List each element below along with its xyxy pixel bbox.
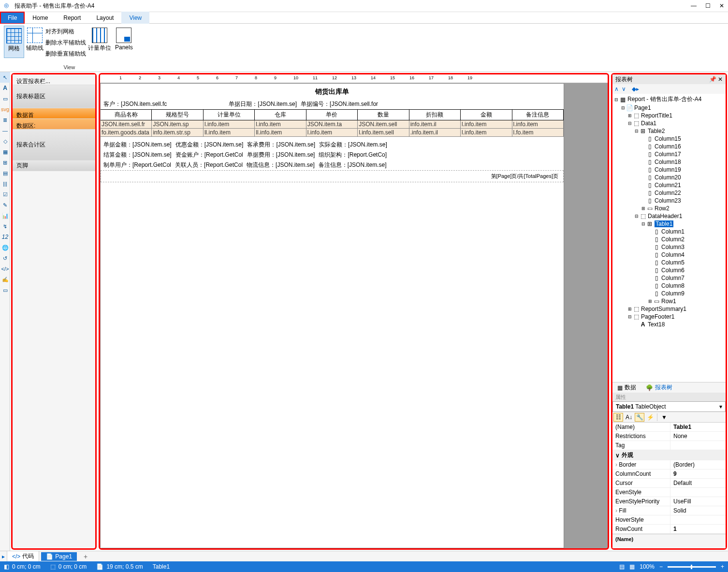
prop-row[interactable]: CursorDefault: [612, 479, 726, 488]
dr-cell[interactable]: info.item.str.sp: [152, 129, 203, 136]
tree-up-icon[interactable]: ∧: [614, 86, 619, 92]
ribbon-panels-button[interactable]: Panels: [113, 26, 135, 58]
tree-node-report[interactable]: ⊟▦Report - 销售出库单-含价-A4: [613, 95, 725, 104]
tree-node-column[interactable]: ▯Column18: [641, 158, 725, 166]
dr-cell[interactable]: JSON.item.sell: [358, 120, 409, 128]
props-categorized-button[interactable]: ☷: [613, 413, 623, 422]
field-actual-amount[interactable]: 实际金额：[JSON.item.se]: [319, 141, 387, 149]
tool-matrix[interactable]: ▤: [0, 168, 10, 178]
tool-line[interactable]: —: [0, 125, 10, 136]
tree-node-column[interactable]: ▯Column17: [641, 150, 725, 158]
tree-node-column[interactable]: ▯Column20: [641, 174, 725, 181]
field-logistics[interactable]: 物流信息：[JSON.item.se]: [247, 161, 315, 169]
prop-row[interactable]: ColumnCount9: [612, 469, 726, 479]
dr-cell[interactable]: ll.info.item: [204, 129, 255, 136]
tree-node-row2[interactable]: ⊞▭Row2: [613, 205, 725, 212]
tree-node-column[interactable]: ▯Column16: [641, 143, 725, 150]
tree-close-icon[interactable]: ✕: [718, 76, 723, 83]
tree-node-column[interactable]: ▯Column6: [647, 266, 725, 274]
ribbon-guides-button[interactable]: 辅助线: [24, 26, 45, 58]
menu-report[interactable]: Report: [56, 12, 88, 24]
tool-checkbox[interactable]: ☑: [0, 189, 10, 200]
menu-layout[interactable]: Layout: [88, 12, 121, 24]
prop-row[interactable]: HoverStyle: [612, 515, 726, 525]
tool-signature[interactable]: ✍: [0, 274, 10, 285]
structure-data-header[interactable]: 数据首: [13, 108, 95, 119]
properties-selector[interactable]: Table1 TableObject ▾: [612, 401, 726, 412]
document-title[interactable]: 销货出库单: [101, 84, 564, 99]
page-footer-text[interactable]: 第[Page]页/共[TotalPages]页: [101, 170, 564, 182]
structure-setup[interactable]: 设置报表栏...: [13, 74, 95, 85]
tree-node-reportsummary1[interactable]: ⊞⬚ReportSummary1: [613, 305, 725, 313]
tree-down-icon[interactable]: ∨: [622, 86, 626, 92]
footer-tab-add[interactable]: +: [79, 552, 92, 561]
tool-band[interactable]: ≣: [0, 115, 10, 125]
field-amount[interactable]: 单据金额：[JSON.item.se]: [103, 141, 172, 149]
tool-svg[interactable]: svg: [0, 104, 10, 115]
field-creator[interactable]: 制单用户：[Report.GetCol: [103, 161, 171, 169]
dr-cell[interactable]: l.info.item: [306, 129, 358, 136]
th-cell[interactable]: 备注信息: [512, 110, 564, 120]
dr-cell[interactable]: fo.item.goods.data: [101, 129, 152, 136]
sb-zoom-in[interactable]: +: [721, 563, 724, 570]
structure-title-area[interactable]: 报表标题区: [13, 85, 95, 108]
field-bill-fee[interactable]: 单据费用：[JSON.item.se]: [247, 151, 315, 159]
tool-html[interactable]: </>: [0, 264, 10, 274]
props-events-button[interactable]: ⚡: [645, 413, 655, 422]
prop-category-appearance[interactable]: ∨ 外观: [612, 450, 726, 460]
tree-node-table1[interactable]: ⊟⊞Table1: [613, 220, 725, 228]
prop-row[interactable]: › Border(Border): [612, 460, 726, 469]
ribbon-grid-button[interactable]: 网格: [4, 26, 24, 58]
table-header-row[interactable]: 商品名称 规格型号 计量单位 仓库 单价 数量 折扣额 金额 备注信息: [101, 109, 564, 120]
sb-zoom-slider[interactable]: [668, 566, 716, 568]
dr-cell[interactable]: ll.info.item: [255, 129, 306, 136]
tree-node-column[interactable]: ▯Column22: [641, 189, 725, 197]
footer-tab-code[interactable]: </>代码: [7, 551, 39, 562]
dr-cell[interactable]: JSON.item.sell.fr: [101, 120, 152, 128]
table-data-row[interactable]: fo.item.goods.data info.item.str.sp ll.i…: [101, 129, 564, 137]
tool-shape[interactable]: ◇: [0, 136, 10, 147]
ribbon-del-h-guides[interactable]: 删除水平辅助线: [45, 39, 86, 47]
dr-cell[interactable]: l.info.item: [461, 129, 512, 136]
sb-mode2-icon[interactable]: ▦: [629, 563, 635, 570]
tree-node-page1[interactable]: ⊟📄Page1: [613, 104, 725, 112]
tree-node-column[interactable]: ▯Column19: [641, 166, 725, 174]
prop-row[interactable]: › FillSolid: [612, 506, 726, 515]
tree-node-row1[interactable]: ⊞▭Row1: [613, 297, 725, 305]
tool-table[interactable]: ⊞: [0, 157, 10, 168]
prop-row[interactable]: EvenStyle: [612, 488, 726, 497]
tool-picture[interactable]: ▭: [0, 93, 10, 104]
structure-data-area[interactable]: 数据区:: [13, 119, 95, 130]
tab-tree[interactable]: 🌳报表树: [641, 382, 677, 393]
tree-node-column[interactable]: ▯Column15: [641, 135, 725, 143]
tree-node-column[interactable]: ▯Column4: [647, 251, 725, 259]
minimize-button[interactable]: —: [691, 2, 697, 9]
tool-chart[interactable]: 📊: [0, 210, 10, 221]
tool-cellular[interactable]: 12: [0, 232, 10, 242]
properties-grid[interactable]: (Name)Table1RestrictionsNoneTag∨ 外观› Bor…: [612, 423, 726, 534]
tool-gauge[interactable]: ↺: [0, 253, 10, 264]
tree-node-column[interactable]: ▯Column21: [641, 181, 725, 189]
menu-file[interactable]: File: [0, 12, 25, 24]
dr-cell[interactable]: l.info.item: [512, 120, 564, 128]
menu-home[interactable]: Home: [25, 12, 56, 24]
th-cell[interactable]: 单价: [306, 110, 358, 120]
menu-view[interactable]: View: [121, 12, 149, 24]
tool-map[interactable]: 🌐: [0, 242, 10, 253]
dropdown-icon[interactable]: ▾: [719, 403, 722, 410]
tool-richtext[interactable]: ✎: [0, 200, 10, 210]
ribbon-align-to-grid[interactable]: 对齐到网格: [45, 28, 86, 36]
th-cell[interactable]: 金额: [461, 110, 512, 120]
dr-cell[interactable]: l.info.item.sell: [358, 129, 409, 136]
field-number[interactable]: 单据编号：[JSON.item.sell.for: [301, 100, 378, 108]
field-contact[interactable]: 关联人员：[Report.GetCol: [175, 161, 243, 169]
dr-cell[interactable]: l.info.item: [461, 120, 512, 128]
dr-cell[interactable]: .info.item.il: [409, 129, 461, 136]
tree-node-reporttitle1[interactable]: ⊞⬚ReportTitle1: [613, 112, 725, 119]
tree-node-column[interactable]: ▯Column3: [647, 243, 725, 251]
prop-row[interactable]: (Name)Table1: [612, 423, 726, 432]
maximize-button[interactable]: ☐: [705, 2, 711, 9]
tree-node-column[interactable]: ▯Column7: [647, 274, 725, 282]
structure-footer[interactable]: 页脚: [13, 161, 95, 171]
tool-text[interactable]: A: [0, 83, 10, 93]
